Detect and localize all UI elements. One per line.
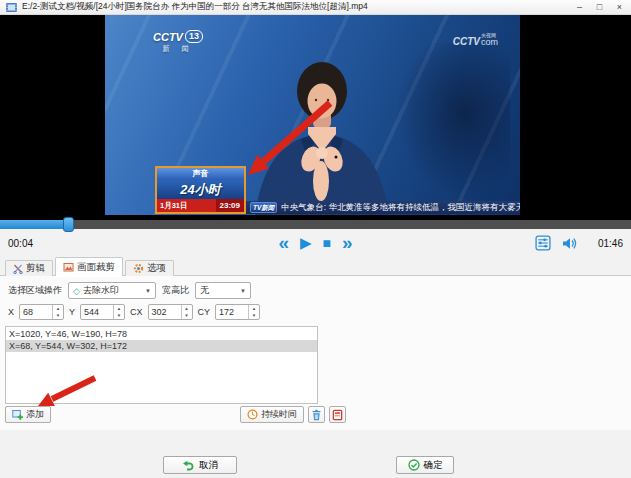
crop-panel: 选择区域操作 ◇ 去除水印 ▼ 宽高比 无 ▼ X 68▲▼ Y 544▲▼ C…	[0, 276, 631, 430]
trash-icon	[311, 409, 322, 421]
tab-crop[interactable]: 画面裁剪	[55, 257, 123, 276]
region-list-item[interactable]: X=68, Y=544, W=302, H=172	[6, 340, 317, 352]
seek-bar-fill	[0, 220, 69, 229]
app-window: E:/2-测试文档/视频/[24小时]国务院台办 作为中国的一部分 台湾无其他国…	[0, 0, 631, 478]
chevron-down-icon: ▼	[145, 288, 151, 294]
clock-icon	[247, 409, 258, 420]
tab-options-label: 选项	[147, 262, 166, 275]
region-operation-value: 去除水印	[83, 284, 119, 297]
cx-label: CX	[130, 307, 143, 317]
aspect-ratio-select[interactable]: 无 ▼	[195, 282, 251, 299]
cancel-label: 取消	[199, 459, 218, 472]
spin-down-icon: ▼	[114, 312, 124, 319]
ok-button[interactable]: 确定	[396, 456, 454, 474]
undo-icon	[182, 460, 195, 471]
news-ticker: TV新闻 中央气象台: 华北黄淮等多地将有持续低温，我国近海将有大雾天气。 CC…	[246, 201, 520, 214]
cctv-com-watermark: CCTV 央视网com	[453, 33, 498, 47]
clear-list-icon	[332, 409, 343, 421]
video-frame[interactable]: CCTV13 新 闻 CCTV 央视网com 声音 24小时 1月31日 23:…	[105, 15, 520, 215]
region-operation-label: 选择区域操作	[8, 284, 62, 297]
window-title: E:/2-测试文档/视频/[24小时]国务院台办 作为中国的一部分 台湾无其他国…	[22, 1, 569, 13]
scissors-icon	[13, 264, 23, 274]
badge-title: 24小时	[157, 180, 244, 199]
y-label: Y	[69, 307, 75, 317]
minimize-button[interactable]: –	[574, 2, 585, 12]
badge-top-label: 声音	[157, 168, 244, 180]
duration-button[interactable]: 持续时间	[240, 406, 304, 423]
spin-down-icon: ▼	[249, 312, 259, 319]
spin-down-icon: ▼	[182, 312, 192, 319]
x-label: X	[8, 307, 14, 317]
cctv13-logo: CCTV13 新 闻	[153, 30, 203, 54]
watermark-icon: ◇	[73, 286, 80, 296]
ticker-text: 中央气象台: 华北黄淮等多地将有持续低温，我国近海将有大雾天气。	[281, 202, 520, 214]
tab-clip[interactable]: 剪辑	[5, 260, 53, 276]
add-region-button[interactable]: 添加	[5, 406, 51, 423]
badge-datetime: 1月31日 23:09	[157, 199, 244, 212]
region-list-item[interactable]: X=1020, Y=46, W=190, H=78	[6, 328, 317, 340]
total-duration: 01:46	[598, 238, 623, 249]
aspect-ratio-value: 无	[200, 284, 209, 297]
spin-up-icon: ▲	[249, 305, 259, 312]
cy-label: CY	[198, 307, 211, 317]
spin-up-icon: ▲	[182, 305, 192, 312]
duration-button-label: 持续时间	[261, 408, 297, 421]
forward-button[interactable]: »	[342, 234, 353, 252]
cx-stepper[interactable]: 302▲▼	[148, 304, 193, 320]
clear-regions-button[interactable]	[329, 406, 346, 423]
add-region-label: 添加	[26, 408, 44, 421]
add-icon	[12, 409, 23, 420]
x-stepper[interactable]: 68▲▼	[19, 304, 64, 320]
filter-settings-icon[interactable]	[535, 235, 551, 251]
region-list[interactable]: X=1020, Y=46, W=190, H=78 X=68, Y=544, W…	[5, 326, 318, 404]
seek-bar-handle[interactable]	[63, 217, 74, 232]
y-stepper[interactable]: 544▲▼	[80, 304, 125, 320]
spin-up-icon: ▲	[114, 305, 124, 312]
player-controls: 00:04 « ▶ ■ » 01:46	[0, 229, 631, 257]
region-operation-select[interactable]: ◇ 去除水印 ▼	[68, 282, 156, 299]
spin-down-icon: ▼	[53, 312, 63, 319]
spin-up-icon: ▲	[53, 305, 63, 312]
tab-bar: 剪辑 画面裁剪 选项	[0, 257, 631, 276]
tab-crop-label: 画面裁剪	[77, 261, 115, 274]
delete-region-button[interactable]	[308, 406, 325, 423]
ticker-logo: TV新闻	[250, 202, 277, 213]
tab-clip-label: 剪辑	[26, 262, 45, 275]
maximize-button[interactable]: □	[594, 2, 605, 12]
play-button[interactable]: ▶	[300, 234, 312, 252]
close-button[interactable]: ×	[614, 2, 625, 12]
cancel-button[interactable]: 取消	[163, 456, 237, 474]
app-icon	[6, 2, 17, 13]
crop-frame-icon	[63, 262, 74, 272]
check-circle-icon	[408, 459, 420, 471]
volume-icon[interactable]	[561, 236, 578, 251]
seek-bar[interactable]	[0, 220, 631, 229]
aspect-ratio-label: 宽高比	[162, 284, 189, 297]
rewind-button[interactable]: «	[278, 234, 289, 252]
stop-button[interactable]: ■	[323, 234, 331, 252]
ok-label: 确定	[424, 459, 443, 472]
title-bar: E:/2-测试文档/视频/[24小时]国务院台办 作为中国的一部分 台湾无其他国…	[0, 0, 631, 15]
chevron-down-icon: ▼	[240, 288, 246, 294]
video-stage: CCTV13 新 闻 CCTV 央视网com 声音 24小时 1月31日 23:…	[0, 15, 631, 220]
gear-icon	[133, 263, 144, 274]
cy-stepper[interactable]: 172▲▼	[215, 304, 260, 320]
tab-options[interactable]: 选项	[125, 260, 174, 276]
program-badge-highlight: 声音 24小时 1月31日 23:09	[155, 166, 246, 214]
